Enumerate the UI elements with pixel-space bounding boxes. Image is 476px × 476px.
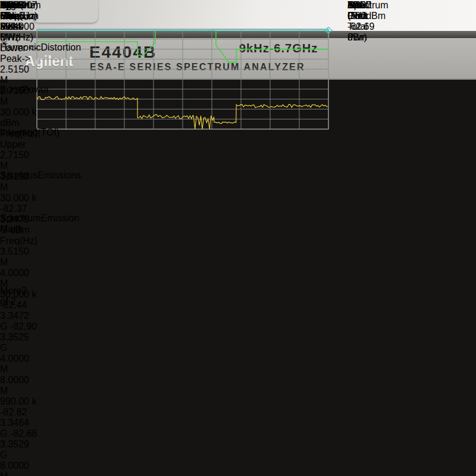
rel-limit-legend: Rel Limit bbox=[347, 0, 368, 21]
softkey-harmonic-distortion[interactable]: HarmonicDistortion bbox=[0, 42, 81, 82]
softkey-burst-power[interactable]: BurstPower bbox=[0, 84, 49, 124]
sem-table-line: 8.0000 M 12.500 M 1.0000 M -64.79 3.3460… bbox=[0, 461, 38, 476]
softkey-spurious-emissions[interactable]: SpuriousEmissions bbox=[0, 170, 81, 210]
softkey-more[interactable]: More2 of 2 bbox=[0, 286, 27, 321]
instrument-photo: ✳ Agilent E4404B ESA-E SERIES SPECTRUM A… bbox=[0, 0, 476, 476]
softkey-menu-title: Measure bbox=[0, 11, 37, 39]
softkey-intermod-toi[interactable]: Intermod(TOI) bbox=[0, 127, 60, 167]
sem-table-line: 4.0000 M 8.0000 M 990.00 k -82.82 3.3464… bbox=[0, 353, 38, 461]
softkey-spectrum-emission-mask[interactable]: SpectrumEmission Mask bbox=[0, 213, 79, 253]
